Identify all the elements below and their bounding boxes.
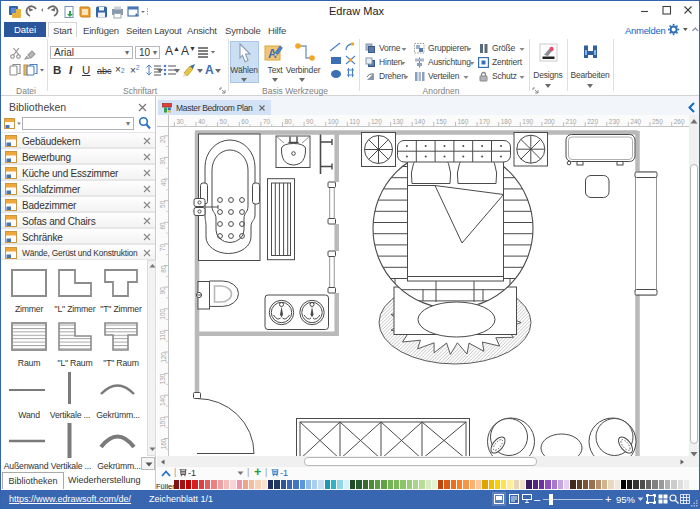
svg-text:160: 160 xyxy=(458,118,469,125)
svg-text:100: 100 xyxy=(160,308,167,319)
svg-text:150: 150 xyxy=(436,118,447,125)
svg-text:Außenwand: Außenwand xyxy=(4,461,49,471)
svg-text:130: 130 xyxy=(160,373,167,384)
svg-text:260: 260 xyxy=(674,118,685,125)
svg-text:50: 50 xyxy=(220,118,228,125)
svg-text:80: 80 xyxy=(160,265,167,273)
svg-text:190: 190 xyxy=(522,118,533,125)
svg-text:240: 240 xyxy=(630,118,641,125)
svg-text:180: 180 xyxy=(501,118,512,125)
svg-text:40: 40 xyxy=(160,179,167,187)
svg-text:140: 140 xyxy=(160,395,167,406)
svg-text:30: 30 xyxy=(160,157,167,165)
svg-text:Vertikale ...: Vertikale ... xyxy=(50,410,90,420)
svg-text:170: 170 xyxy=(479,118,490,125)
svg-text:210: 210 xyxy=(566,118,577,125)
svg-text:50: 50 xyxy=(160,200,167,208)
svg-text:"T" Zimmer: "T" Zimmer xyxy=(100,304,142,314)
svg-text:Raum: Raum xyxy=(18,358,40,368)
svg-text:120: 120 xyxy=(371,118,382,125)
svg-text:70: 70 xyxy=(160,244,167,252)
svg-text:120: 120 xyxy=(160,352,167,363)
svg-text:150: 150 xyxy=(160,417,167,428)
svg-text:60: 60 xyxy=(241,118,249,125)
svg-text:220: 220 xyxy=(587,118,598,125)
svg-text:90: 90 xyxy=(306,118,314,125)
svg-text:250: 250 xyxy=(652,118,663,125)
svg-text:20: 20 xyxy=(160,135,167,143)
svg-text:"L" Raum: "L" Raum xyxy=(58,358,93,368)
svg-text:Gekrümm...: Gekrümm... xyxy=(96,410,139,420)
svg-text:100: 100 xyxy=(328,118,339,125)
svg-text:"L" Zimmer: "L" Zimmer xyxy=(55,304,96,314)
svg-text:Zimmer: Zimmer xyxy=(15,304,44,314)
svg-text:130: 130 xyxy=(393,118,404,125)
svg-text:Gekrümm...: Gekrümm... xyxy=(97,461,140,471)
svg-text:110: 110 xyxy=(349,118,360,125)
svg-text:60: 60 xyxy=(160,222,167,230)
svg-text:140: 140 xyxy=(414,118,425,125)
svg-text:70: 70 xyxy=(263,118,271,125)
svg-text:90: 90 xyxy=(160,287,167,295)
svg-text:Wand: Wand xyxy=(18,410,40,420)
svg-text:160: 160 xyxy=(160,438,167,449)
svg-text:"T" Raum: "T" Raum xyxy=(103,358,138,368)
svg-text:80: 80 xyxy=(285,118,293,125)
svg-text:30: 30 xyxy=(176,118,184,125)
svg-text:Vertikale ...: Vertikale ... xyxy=(51,461,91,471)
svg-text:40: 40 xyxy=(198,118,206,125)
svg-text:200: 200 xyxy=(544,118,555,125)
svg-text:110: 110 xyxy=(160,330,167,341)
svg-text:230: 230 xyxy=(609,118,620,125)
